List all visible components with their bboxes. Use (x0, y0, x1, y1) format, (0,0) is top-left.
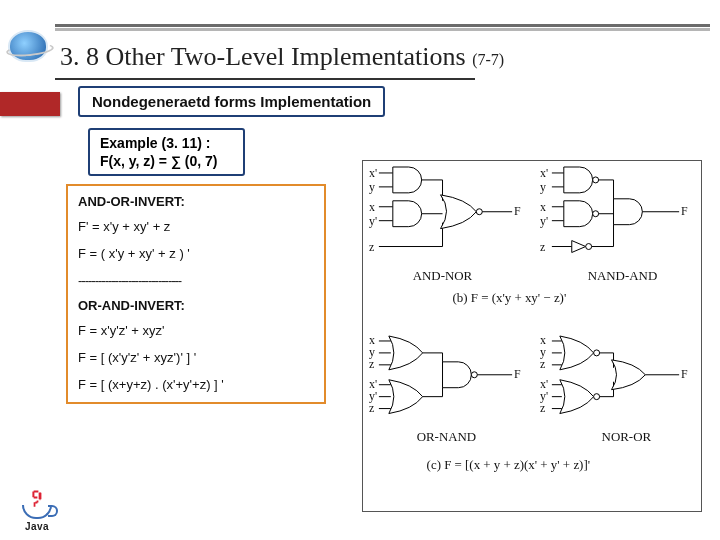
svg-text:F: F (681, 367, 688, 381)
aoi-eq2: F = ( x'y + xy' + z ) ' (78, 246, 314, 261)
svg-text:y': y' (540, 214, 548, 228)
label-and-nor: AND-NOR (413, 268, 473, 283)
svg-text:z: z (369, 357, 374, 371)
caption-b: (b) F = (x'y + xy' − z)' (452, 290, 566, 305)
forms-box: AND-OR-INVERT: F' = x'y + xy' + z F = ( … (66, 184, 326, 404)
svg-text:F: F (514, 367, 521, 381)
java-text: Java (14, 521, 60, 532)
svg-text:z: z (369, 401, 374, 415)
example-line2: F(x, y, z) = ∑ (0, 7) (100, 152, 217, 170)
svg-point-26 (586, 244, 592, 250)
svg-point-48 (471, 372, 477, 378)
oai-eq1: F = x'y'z' + xyz' (78, 323, 314, 338)
oai-eq3: F = [ (x+y+z) . (x'+y'+z) ] ' (78, 377, 314, 392)
svg-point-19 (593, 177, 599, 183)
in-yprime: y' (369, 214, 377, 228)
top-rule (55, 24, 710, 27)
corner-globe-logo (8, 30, 52, 70)
cup-icon (22, 505, 52, 519)
in-x: x (369, 200, 375, 214)
label-nor-or: NOR-OR (602, 429, 652, 444)
title-underline (55, 78, 475, 80)
svg-point-9 (476, 209, 482, 215)
svg-point-65 (594, 394, 600, 400)
svg-text:z: z (540, 240, 545, 254)
example-line1: Example (3. 11) : (100, 134, 217, 152)
svg-text:x: x (540, 200, 546, 214)
svg-text:x': x' (540, 166, 548, 180)
svg-text:z: z (540, 357, 545, 371)
aoi-eq1: F' = x'y + xy' + z (78, 219, 314, 234)
oai-eq2: F = [ (x'y'z' + xyz')' ] ' (78, 350, 314, 365)
section-heading: Nondegeneraetd forms Implementation (78, 86, 385, 117)
in-y: y (369, 180, 375, 194)
title-main: 3. 8 Other Two-Level Implementations (60, 42, 472, 71)
svg-text:z: z (540, 401, 545, 415)
svg-point-23 (593, 211, 599, 217)
accent-bar (0, 92, 60, 116)
circuit-diagram: x' y x y' z F x' y x y' z (362, 160, 702, 512)
svg-text:y: y (540, 180, 546, 194)
slide-title: 3. 8 Other Two-Level Implementations (7-… (60, 42, 504, 72)
in-xprime: x' (369, 166, 377, 180)
in-z: z (369, 240, 374, 254)
title-sub: (7-7) (472, 51, 504, 68)
svg-point-60 (594, 350, 600, 356)
svg-text:F: F (514, 204, 521, 218)
steam-icon: ᠀ (14, 493, 60, 503)
separator: ------------------------------- (78, 273, 314, 288)
label-nand-and: NAND-AND (588, 268, 658, 283)
example-box: Example (3. 11) : F(x, y, z) = ∑ (0, 7) (88, 128, 245, 176)
caption-c: (c) F = [(x + y + z)(x' + y' + z)]' (427, 457, 590, 472)
svg-text:F: F (681, 204, 688, 218)
oai-title: OR-AND-INVERT: (78, 298, 314, 313)
java-logo: ᠀ Java (14, 493, 60, 532)
aoi-title: AND-OR-INVERT: (78, 194, 314, 209)
label-or-nand: OR-NAND (417, 429, 477, 444)
